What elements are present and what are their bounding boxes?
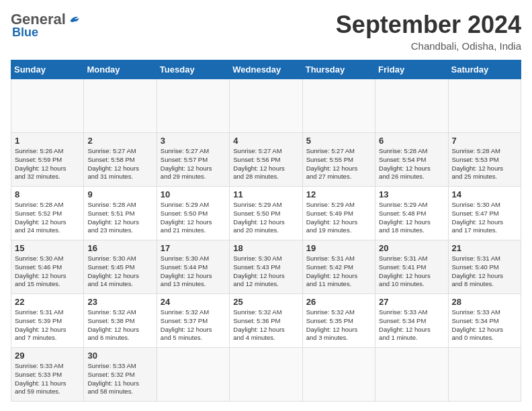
day-number: 13 xyxy=(379,189,444,199)
calendar-day-cell xyxy=(157,79,229,133)
calendar-day-cell: 17Sunrise: 5:30 AM Sunset: 5:44 PM Dayli… xyxy=(157,240,229,294)
calendar-day-cell: 29Sunrise: 5:33 AM Sunset: 5:33 PM Dayli… xyxy=(11,348,84,402)
calendar-day-cell: 11Sunrise: 5:29 AM Sunset: 5:50 PM Dayli… xyxy=(230,187,302,240)
logo-blue-text: Blue xyxy=(12,26,38,40)
day-info: Sunrise: 5:33 AM Sunset: 5:32 PM Dayligh… xyxy=(87,362,139,395)
calendar-day-cell: 13Sunrise: 5:29 AM Sunset: 5:48 PM Dayli… xyxy=(375,187,448,240)
day-number: 10 xyxy=(161,189,226,199)
day-number: 6 xyxy=(379,136,444,146)
month-title: September 2024 xyxy=(336,11,521,39)
day-info: Sunrise: 5:30 AM Sunset: 5:46 PM Dayligh… xyxy=(15,255,66,287)
calendar-day-cell: 26Sunrise: 5:32 AM Sunset: 5:35 PM Dayli… xyxy=(302,294,375,348)
day-info: Sunrise: 5:30 AM Sunset: 5:47 PM Dayligh… xyxy=(452,201,504,234)
calendar-day-cell: 30Sunrise: 5:33 AM Sunset: 5:32 PM Dayli… xyxy=(84,348,157,402)
calendar-week-row: 22Sunrise: 5:31 AM Sunset: 5:39 PM Dayli… xyxy=(11,294,521,348)
calendar-day-cell: 15Sunrise: 5:30 AM Sunset: 5:46 PM Dayli… xyxy=(11,240,84,294)
calendar-day-cell: 8Sunrise: 5:28 AM Sunset: 5:52 PM Daylig… xyxy=(11,187,84,240)
calendar-day-cell: 10Sunrise: 5:29 AM Sunset: 5:50 PM Dayli… xyxy=(157,187,229,240)
day-number: 2 xyxy=(87,136,152,146)
day-number: 30 xyxy=(87,351,152,361)
day-info: Sunrise: 5:31 AM Sunset: 5:40 PM Dayligh… xyxy=(452,255,504,287)
day-number: 17 xyxy=(161,243,226,253)
day-number: 7 xyxy=(452,136,517,146)
location-subtitle: Chandbali, Odisha, India xyxy=(336,40,521,52)
day-number: 15 xyxy=(15,243,80,253)
day-number: 5 xyxy=(306,136,371,146)
calendar-day-cell xyxy=(448,79,521,133)
logo-bird-icon xyxy=(67,12,82,27)
day-number: 20 xyxy=(379,243,444,253)
day-info: Sunrise: 5:33 AM Sunset: 5:34 PM Dayligh… xyxy=(452,308,504,341)
day-info: Sunrise: 5:28 AM Sunset: 5:53 PM Dayligh… xyxy=(452,147,504,180)
day-info: Sunrise: 5:26 AM Sunset: 5:59 PM Dayligh… xyxy=(15,147,66,180)
calendar-week-row: 29Sunrise: 5:33 AM Sunset: 5:33 PM Dayli… xyxy=(11,348,521,402)
calendar-day-cell xyxy=(302,348,375,402)
day-info: Sunrise: 5:28 AM Sunset: 5:54 PM Dayligh… xyxy=(379,147,431,180)
calendar-day-cell: 3Sunrise: 5:27 AM Sunset: 5:57 PM Daylig… xyxy=(157,133,229,187)
calendar-day-cell xyxy=(230,348,302,402)
page-header: General Blue September 2024 Chandbali, O… xyxy=(11,11,521,52)
day-info: Sunrise: 5:27 AM Sunset: 5:55 PM Dayligh… xyxy=(306,147,358,180)
calendar-day-cell: 20Sunrise: 5:31 AM Sunset: 5:41 PM Dayli… xyxy=(375,240,448,294)
calendar-day-cell: 4Sunrise: 5:27 AM Sunset: 5:56 PM Daylig… xyxy=(230,133,302,187)
calendar-day-cell xyxy=(11,79,84,133)
calendar-day-cell xyxy=(84,79,157,133)
day-info: Sunrise: 5:31 AM Sunset: 5:41 PM Dayligh… xyxy=(379,255,431,287)
calendar-week-row: 15Sunrise: 5:30 AM Sunset: 5:46 PM Dayli… xyxy=(11,240,521,294)
calendar-day-cell: 19Sunrise: 5:31 AM Sunset: 5:42 PM Dayli… xyxy=(302,240,375,294)
calendar-day-cell: 14Sunrise: 5:30 AM Sunset: 5:47 PM Dayli… xyxy=(448,187,521,240)
day-number: 9 xyxy=(87,189,152,199)
day-number: 25 xyxy=(233,297,298,307)
calendar-day-cell: 9Sunrise: 5:28 AM Sunset: 5:51 PM Daylig… xyxy=(84,187,157,240)
day-info: Sunrise: 5:29 AM Sunset: 5:50 PM Dayligh… xyxy=(233,201,285,234)
calendar-day-cell: 2Sunrise: 5:27 AM Sunset: 5:58 PM Daylig… xyxy=(84,133,157,187)
calendar-day-cell xyxy=(230,79,302,133)
day-info: Sunrise: 5:27 AM Sunset: 5:58 PM Dayligh… xyxy=(87,147,139,180)
day-info: Sunrise: 5:30 AM Sunset: 5:45 PM Dayligh… xyxy=(87,255,139,287)
day-number: 18 xyxy=(233,243,298,253)
day-number: 26 xyxy=(306,297,371,307)
day-number: 29 xyxy=(15,351,80,361)
calendar-day-cell: 5Sunrise: 5:27 AM Sunset: 5:55 PM Daylig… xyxy=(302,133,375,187)
day-number: 21 xyxy=(452,243,517,253)
header-thursday: Thursday xyxy=(302,60,375,79)
calendar-day-cell: 7Sunrise: 5:28 AM Sunset: 5:53 PM Daylig… xyxy=(448,133,521,187)
calendar-day-cell xyxy=(375,348,448,402)
day-number: 8 xyxy=(15,189,80,199)
day-info: Sunrise: 5:33 AM Sunset: 5:34 PM Dayligh… xyxy=(379,308,431,341)
day-number: 14 xyxy=(452,189,517,199)
calendar-day-cell: 16Sunrise: 5:30 AM Sunset: 5:45 PM Dayli… xyxy=(84,240,157,294)
day-info: Sunrise: 5:30 AM Sunset: 5:43 PM Dayligh… xyxy=(233,255,285,287)
header-friday: Friday xyxy=(375,60,448,79)
header-wednesday: Wednesday xyxy=(230,60,302,79)
day-info: Sunrise: 5:29 AM Sunset: 5:50 PM Dayligh… xyxy=(161,201,212,234)
calendar-day-cell: 22Sunrise: 5:31 AM Sunset: 5:39 PM Dayli… xyxy=(11,294,84,348)
header-sunday: Sunday xyxy=(11,60,84,79)
calendar-day-cell: 28Sunrise: 5:33 AM Sunset: 5:34 PM Dayli… xyxy=(448,294,521,348)
day-number: 12 xyxy=(306,189,371,199)
day-number: 16 xyxy=(87,243,152,253)
day-info: Sunrise: 5:27 AM Sunset: 5:56 PM Dayligh… xyxy=(233,147,285,180)
calendar-day-cell: 21Sunrise: 5:31 AM Sunset: 5:40 PM Dayli… xyxy=(448,240,521,294)
calendar-week-row xyxy=(11,79,521,133)
calendar-week-row: 8Sunrise: 5:28 AM Sunset: 5:52 PM Daylig… xyxy=(11,187,521,240)
day-number: 28 xyxy=(452,297,517,307)
header-tuesday: Tuesday xyxy=(157,60,229,79)
day-info: Sunrise: 5:32 AM Sunset: 5:37 PM Dayligh… xyxy=(161,308,212,341)
day-info: Sunrise: 5:32 AM Sunset: 5:38 PM Dayligh… xyxy=(87,308,139,341)
calendar-day-cell xyxy=(448,348,521,402)
header-monday: Monday xyxy=(84,60,157,79)
day-info: Sunrise: 5:29 AM Sunset: 5:49 PM Dayligh… xyxy=(306,201,358,234)
header-saturday: Saturday xyxy=(448,60,521,79)
day-number: 23 xyxy=(87,297,152,307)
day-number: 3 xyxy=(161,136,226,146)
day-number: 22 xyxy=(15,297,80,307)
day-info: Sunrise: 5:32 AM Sunset: 5:35 PM Dayligh… xyxy=(306,308,358,341)
calendar-day-cell xyxy=(157,348,229,402)
day-number: 4 xyxy=(233,136,298,146)
day-info: Sunrise: 5:31 AM Sunset: 5:42 PM Dayligh… xyxy=(306,255,358,287)
calendar-table: SundayMondayTuesdayWednesdayThursdayFrid… xyxy=(11,60,521,402)
calendar-day-cell xyxy=(375,79,448,133)
day-number: 1 xyxy=(15,136,80,146)
day-info: Sunrise: 5:33 AM Sunset: 5:33 PM Dayligh… xyxy=(15,362,66,395)
